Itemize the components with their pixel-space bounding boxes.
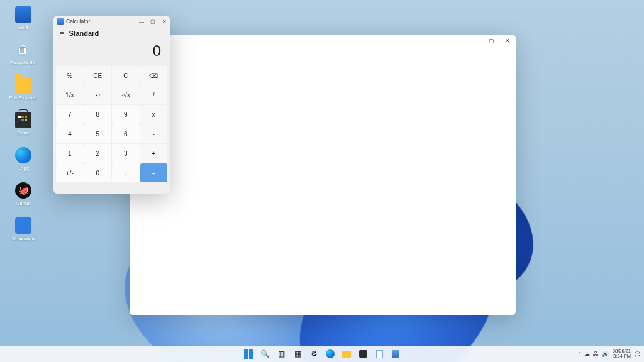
desktop-icon-edge[interactable]: Edge	[4, 147, 43, 171]
desktop-icon-bin[interactable]: 🗑Recycle Bin	[4, 41, 43, 65]
settings-icon[interactable]: ⚙	[308, 348, 320, 360]
notepad-text-area[interactable]	[130, 53, 516, 315]
une-icon	[15, 217, 31, 234]
calc-key-9[interactable]: 9	[112, 105, 140, 124]
taskbar: 🔍 ▥ ▦ ⚙ ˄ ☁ 🖧 🔊 08/26/21 3:24 PM 💬	[0, 346, 644, 362]
calculator-mode-label: Standard	[69, 30, 99, 37]
notepad-maximize-button[interactable]: ▢	[483, 35, 499, 47]
calculator-titlebar[interactable]: Calculator — ▢ ✕	[53, 16, 170, 27]
calculator-close-button[interactable]: ✕	[158, 16, 170, 27]
calc-key-6[interactable]: 6	[112, 124, 140, 143]
calculator-title: Calculator	[66, 18, 90, 25]
calc-key-7[interactable]: 7	[56, 105, 84, 124]
calculator-window[interactable]: Calculator — ▢ ✕ ≡ Standard 0 %CEC⌫1/xx2…	[53, 16, 170, 194]
tray-chevron-icon[interactable]: ˄	[578, 351, 580, 357]
notepad-close-button[interactable]: ✕	[499, 35, 516, 47]
widgets-icon[interactable]: ▦	[291, 348, 304, 360]
gh-icon: 🐙	[15, 182, 31, 199]
calculator-app-icon	[57, 18, 64, 25]
notepad-minimize-button[interactable]: —	[467, 35, 483, 47]
desktop-icons: Blue🗑Recycle BinFile ExplorerStoreEdge🐙G…	[4, 6, 48, 253]
edge-icon[interactable]	[324, 348, 336, 360]
taskbar-clock[interactable]: 08/26/21 3:24 PM	[613, 349, 631, 359]
calculator-keypad: %CEC⌫1/xx22√x/789x456-123++/-0.=	[53, 66, 170, 194]
desktop-icon-label: Edge	[4, 165, 43, 171]
desktop-icon-label: Blue	[4, 25, 43, 30]
calc-key-div[interactable]: /	[140, 85, 168, 104]
calc-key-2[interactable]: 2	[84, 144, 112, 163]
file-explorer-icon[interactable]	[340, 348, 353, 360]
calculator-maximize-button[interactable]: ▢	[147, 16, 158, 27]
search-icon[interactable]: 🔍	[258, 348, 271, 360]
folder-icon	[15, 77, 31, 93]
notepad-window[interactable]: — ▢ ✕ ViewHelp	[130, 35, 516, 315]
desktop-icon-label: Store	[4, 130, 43, 136]
taskbar-center: 🔍 ▥ ▦ ⚙	[242, 348, 402, 360]
system-tray: ˄ ☁ 🖧 🔊 08/26/21 3:24 PM 💬	[578, 349, 640, 359]
edge-icon	[15, 147, 31, 163]
calc-key-8[interactable]: 8	[84, 105, 112, 124]
desktop-icon-folder[interactable]: File Explorer	[4, 77, 43, 101]
bin-icon: 🗑	[15, 41, 31, 58]
desktop-icon-label: Unescape	[4, 236, 43, 241]
calc-key-0[interactable]: 0	[84, 163, 112, 182]
notepad-menubar: ViewHelp	[130, 41, 516, 53]
volume-icon[interactable]: 🔊	[602, 351, 609, 357]
start-button[interactable]	[242, 348, 255, 360]
calc-key-mul[interactable]: x	[140, 105, 168, 124]
calc-key-add[interactable]: +	[140, 144, 168, 163]
store-icon[interactable]	[357, 348, 369, 360]
hamburger-icon[interactable]: ≡	[60, 30, 64, 37]
calculator-taskbar-icon[interactable]	[389, 348, 402, 360]
calc-key-3[interactable]: 3	[112, 144, 140, 163]
calc-key-sub[interactable]: -	[140, 124, 168, 143]
calc-key-dot[interactable]: .	[112, 163, 140, 182]
desktop-icon-pc[interactable]: Blue	[4, 6, 43, 30]
desktop-icon-une[interactable]: Unescape	[4, 217, 43, 241]
calc-key-4[interactable]: 4	[56, 124, 84, 143]
calc-key-1[interactable]: 1	[56, 144, 84, 163]
notepad-taskbar-icon[interactable]	[373, 348, 386, 360]
network-icon[interactable]: 🖧	[593, 351, 599, 357]
desktop-icon-label: File Explorer	[4, 95, 43, 101]
calc-key-sqrt[interactable]: 2√x	[112, 85, 140, 104]
notifications-icon[interactable]: 💬	[635, 351, 640, 357]
calc-key-pct[interactable]: %	[56, 66, 84, 85]
pc-icon	[15, 6, 31, 23]
desktop-icon-bag[interactable]: Store	[4, 112, 43, 136]
calc-key-eq[interactable]: =	[140, 163, 168, 182]
desktop-icon-label: Github	[4, 200, 43, 206]
notepad-window-controls: — ▢ ✕	[467, 35, 516, 47]
calc-key-sq[interactable]: x2	[84, 85, 112, 104]
calc-key-ce[interactable]: CE	[84, 66, 112, 85]
onedrive-icon[interactable]: ☁	[584, 351, 590, 357]
calc-key-inv[interactable]: 1/x	[56, 85, 84, 104]
task-view-icon[interactable]: ▥	[275, 348, 287, 360]
calc-key-neg[interactable]: +/-	[56, 163, 84, 182]
calc-key-back[interactable]: ⌫	[140, 66, 168, 85]
desktop-icon-label: Recycle Bin	[4, 60, 43, 65]
calculator-minimize-button[interactable]: —	[136, 16, 147, 27]
calc-key-c[interactable]: C	[112, 66, 140, 85]
bag-icon	[15, 112, 31, 128]
calc-key-5[interactable]: 5	[84, 124, 112, 143]
desktop-icon-gh[interactable]: 🐙Github	[4, 182, 43, 206]
calculator-display: 0	[53, 38, 170, 66]
